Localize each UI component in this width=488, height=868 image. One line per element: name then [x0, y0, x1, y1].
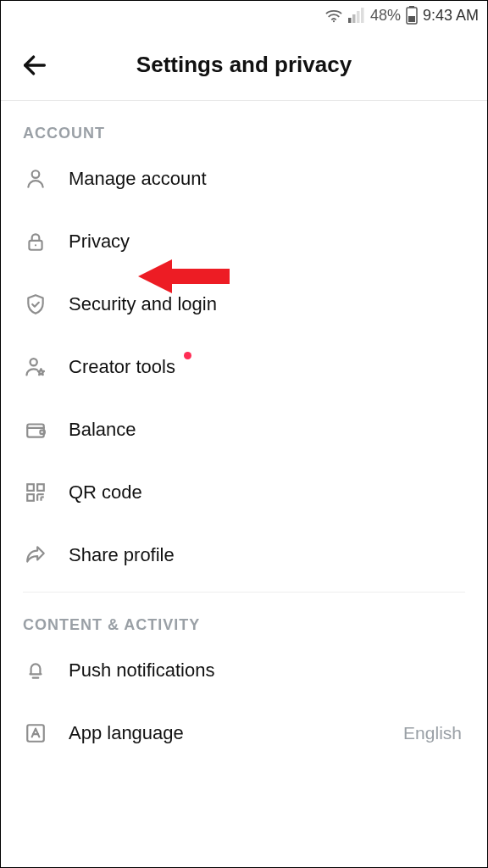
row-label: QR code [69, 481, 142, 504]
device-frame: 48% 9:43 AM Settings and privacy ACCOUNT [0, 0, 488, 868]
share-icon [23, 542, 48, 568]
row-label: Push notifications [69, 659, 214, 682]
row-privacy[interactable]: Privacy [1, 210, 487, 273]
row-label: Creator tools [69, 356, 175, 378]
battery-icon [406, 6, 418, 25]
svg-rect-18 [27, 494, 34, 501]
person-star-icon [23, 354, 48, 380]
wallet-icon [23, 417, 48, 442]
clock: 9:43 AM [423, 7, 479, 25]
row-security-login[interactable]: Security and login [1, 273, 487, 336]
svg-rect-7 [408, 16, 415, 22]
row-label: Security and login [69, 293, 217, 315]
person-icon [23, 166, 48, 192]
row-value: English [403, 723, 465, 743]
svg-point-0 [333, 20, 335, 22]
row-balance[interactable]: Balance [1, 398, 487, 461]
qr-icon [23, 480, 48, 505]
language-icon [23, 721, 48, 746]
row-manage-account[interactable]: Manage account [1, 147, 487, 210]
row-label: App language [69, 722, 184, 744]
row-label: Privacy [69, 231, 130, 253]
svg-rect-1 [348, 18, 352, 23]
row-share-profile[interactable]: Share profile [1, 524, 487, 587]
notification-dot-icon [184, 352, 191, 359]
row-label: Share profile [69, 544, 175, 566]
row-qr-code[interactable]: QR code [1, 461, 487, 524]
cell-signal-icon [348, 8, 365, 23]
page-title: Settings and privacy [136, 52, 352, 78]
row-push-notifications[interactable]: Push notifications [1, 639, 487, 702]
status-bar: 48% 9:43 AM [1, 1, 487, 30]
svg-rect-2 [352, 14, 356, 23]
settings-content: ACCOUNT Manage account Privacy [1, 101, 487, 765]
section-header-content-activity: CONTENT & ACTIVITY [1, 593, 487, 639]
row-label: Balance [69, 419, 136, 441]
svg-point-9 [32, 170, 40, 178]
back-button[interactable] [16, 47, 53, 84]
bell-icon [23, 658, 48, 683]
row-label: Manage account [69, 168, 207, 190]
svg-point-11 [35, 244, 36, 246]
battery-percent: 48% [370, 7, 401, 25]
svg-rect-3 [357, 11, 360, 23]
row-creator-tools[interactable]: Creator tools [1, 336, 487, 398]
section-header-account: ACCOUNT [1, 101, 487, 147]
shield-icon [23, 292, 48, 317]
row-app-language[interactable]: App language English [1, 702, 487, 765]
svg-rect-4 [361, 8, 364, 23]
header: Settings and privacy [1, 30, 487, 101]
svg-rect-15 [40, 431, 44, 434]
svg-rect-17 [37, 484, 44, 491]
lock-icon [23, 229, 48, 254]
wifi-icon [324, 8, 343, 23]
svg-rect-16 [27, 484, 34, 491]
svg-point-12 [30, 359, 37, 365]
